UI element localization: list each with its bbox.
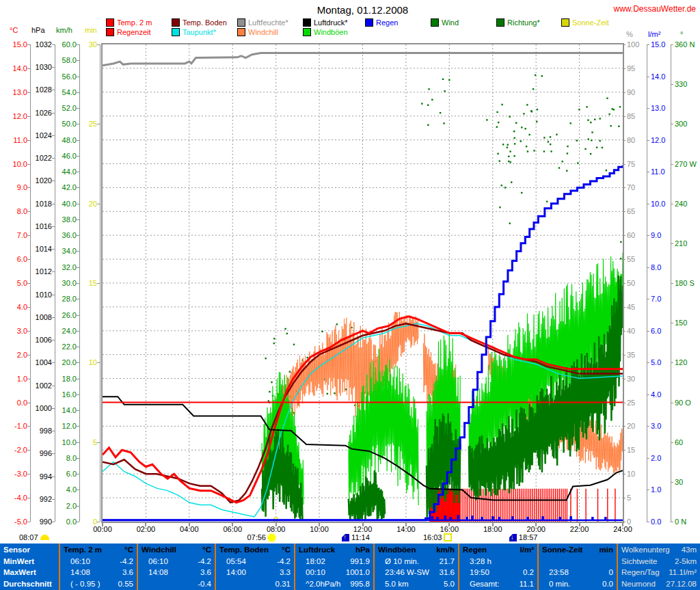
legend-label: Temp. 2 m [117, 18, 152, 27]
axis-label-l-m-5: 5.0 [651, 358, 661, 366]
chart-plot-area [101, 43, 624, 523]
axis-tick [52, 477, 55, 477]
square-icon [444, 533, 452, 541]
axis-label-c-11: 11.0 [10, 136, 27, 144]
axis-tick [27, 403, 30, 403]
axis-tick [647, 394, 649, 395]
axis-tick [52, 249, 55, 250]
axis-label-min-10: 10 [82, 358, 97, 366]
x-axis-tick [535, 523, 537, 526]
axis-label-km-h-26: 26.0 [59, 311, 77, 319]
axis-label-hpa-1030: 1030 [34, 63, 52, 71]
axis-label-km-h-16: 16.0 [59, 390, 77, 399]
x-axis-tick [405, 523, 407, 526]
legend-item-regenzeit: Regenzeit [106, 28, 151, 36]
axis-label--360: 360 N [675, 40, 695, 49]
legend-swatch-regen [365, 18, 373, 27]
cell-label: MaxWert [3, 568, 36, 576]
axis-label-km-h-50: 50.0 [59, 120, 77, 128]
axis-tick [52, 180, 55, 181]
axis-label-min-20: 20 [82, 200, 97, 208]
table-row: 05:54-4.2 [219, 556, 291, 567]
axis-label-km-h-36: 36.0 [59, 231, 77, 239]
legend-item-temp-2-m: Temp. 2 m [106, 18, 152, 27]
axis-label--210: 210 [675, 239, 687, 247]
legend-item-richtung: Richtung* [496, 18, 540, 27]
marker-1114: ↑11:14 [342, 533, 370, 541]
legend-swatch-richtung [496, 18, 504, 27]
marker-time: 11:14 [351, 533, 370, 541]
axis-label-km-h-38: 38.0 [59, 215, 77, 224]
axis-tick [647, 331, 649, 332]
legend-swatch-taupunkt [172, 28, 180, 36]
axis-tick [27, 498, 30, 498]
axis-label-min-30: 30 [82, 40, 97, 49]
axis-tick [52, 113, 55, 113]
cell-label: ^2.0hPa/h [299, 580, 340, 588]
marker-time: 16:03 [423, 533, 442, 541]
legend-label: Luftdruck* [314, 18, 348, 27]
axis-tick [647, 299, 649, 299]
table-row: Wolkenunterg43m [621, 544, 697, 556]
axis-tick [77, 60, 79, 61]
table-row: 14:083.6 [64, 567, 133, 578]
axis-label-hpa-998: 998 [34, 427, 52, 435]
table-row: 23:580 [542, 567, 613, 578]
axis-tick [27, 92, 30, 93]
cell-value: 0.55 [118, 580, 133, 588]
axis-label-km-h-4: 4.0 [59, 485, 77, 494]
axis-label-l-m-8: 8.0 [651, 263, 661, 271]
axis-tick [27, 379, 30, 379]
table-row: Sonne-Zeitmin [542, 544, 613, 556]
cell-label: 14:00 [219, 568, 246, 576]
axis-label--55: 55 [627, 255, 635, 263]
marker-time: 08:07 [19, 533, 38, 541]
cell-label: 5.0 km [378, 580, 409, 588]
axis-tick [77, 379, 79, 379]
axis-label-unit-hpa: hPa [31, 26, 45, 34]
axis-tick [27, 211, 30, 212]
legend-label: Windböen [314, 28, 348, 36]
axis-label-c--2: -2.0 [10, 446, 27, 454]
axis-tick [97, 283, 100, 284]
axis-label-unit-min: min [85, 26, 97, 34]
legend-swatch-temp-2-m [106, 18, 114, 27]
cell-label: Wolkenunterg [621, 546, 670, 554]
axis-label-km-h-44: 44.0 [59, 167, 77, 176]
axis-label--100: 100 [627, 40, 639, 49]
cell-label: Temp. 2 m [64, 546, 102, 554]
cell-value: 27.12.08 [666, 580, 697, 588]
axis-label--180: 180 S [675, 279, 695, 287]
axis-tick [52, 67, 55, 68]
x-axis-tick [622, 523, 623, 526]
table-col-regen: Regenl/m²3:28 h19:500.2Gesamt:11.1 [458, 544, 537, 590]
axis-line [647, 44, 647, 522]
table-col-sensor: SensorMinWertMaxWertDurchschnitt [0, 544, 59, 590]
axis-label-c-10: 10.0 [10, 160, 27, 168]
axis-label-min-15: 15 [82, 279, 97, 287]
table-col-luftdruck: LuftdruckhPa18:02991.900:101001.0^2.0hPa… [294, 544, 373, 590]
legend-item-wind: Wind [431, 18, 459, 27]
axis-label-l-m-11: 11.0 [651, 167, 665, 176]
axis-tick [671, 283, 673, 284]
table-row: 5.0 km5.0 [378, 578, 455, 590]
legend-label: Wind [442, 18, 459, 27]
axis-tick [77, 458, 79, 459]
site-link[interactable]: www.DessauWetter.de [614, 4, 697, 14]
axis-tick [671, 243, 673, 244]
axis-label-hpa-1010: 1010 [34, 291, 52, 299]
table-row: ( - 0.95 )0.55 [64, 578, 133, 590]
axis-label-km-h-42: 42.0 [59, 183, 77, 191]
cell-label: MinWert [3, 557, 34, 565]
axis-tick [647, 362, 649, 363]
marker-time: 07:56 [247, 533, 266, 541]
axis-tick [647, 522, 649, 522]
axis-tick [27, 450, 30, 451]
legend-item-windb-en: Windböen [303, 28, 348, 36]
axis-tick [52, 90, 55, 90]
axis-label-km-h-32: 32.0 [59, 263, 77, 271]
cell-value: 31.6 [440, 568, 455, 576]
axis-label--90: 90 O [675, 399, 691, 407]
axis-label--25: 25 [627, 399, 635, 407]
axis-label-hpa-1016: 1016 [34, 222, 52, 230]
